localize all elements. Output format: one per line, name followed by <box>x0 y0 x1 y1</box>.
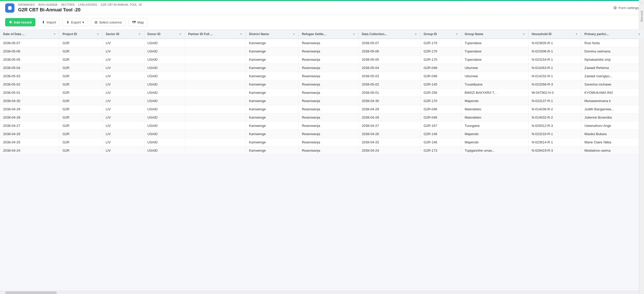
table-row[interactable]: 2038-04-25G2RLIVUSAIDKamwengeRwamwanja20… <box>0 138 644 146</box>
table-row[interactable]: 2038-04-28G2RLIVUSAIDKamwengeRwamwanja20… <box>0 113 644 122</box>
right-panel-collapse-icon[interactable]: ‹ <box>641 1 642 5</box>
cell-donor_id: USAID <box>144 89 185 97</box>
column-label-district_name: District Name <box>249 32 269 36</box>
cell-group_id: G2R-170 <box>420 97 461 105</box>
table-row[interactable]: 2038-04-24G2RLIVUSAIDKamwengeRwamwanja20… <box>0 146 644 155</box>
cell-group_id: G2R-046 <box>420 105 461 113</box>
column-header-group_id[interactable]: Group ID▼ <box>420 30 461 39</box>
cell-household_id: W-047902-H-3 <box>528 89 581 97</box>
column-label-sector_id: Sector ID <box>106 32 119 36</box>
cell-group_name: Tupiganishe umas... <box>461 146 528 155</box>
table-row[interactable]: 2038-05-04G2RLIVUSAIDKamwengeRwamwanja20… <box>0 64 644 72</box>
column-label-primary_partic: Primary partici... <box>584 32 609 36</box>
filter-icon-sector_id[interactable]: ▼ <box>138 33 141 36</box>
column-header-date[interactable]: Date of Data ...↑▼ <box>0 30 59 39</box>
cell-group_name: Maendeleo <box>461 105 528 113</box>
column-header-refugee_settle[interactable]: Refugee Settle...▼ <box>299 30 358 39</box>
cell-date: 2038-05-03 <box>0 72 59 80</box>
cell-refugee_settle: Rwamwanja <box>299 56 358 64</box>
table-row[interactable]: 2038-05-07G2RLIVUSAIDKamwengeRwamwanja20… <box>0 39 644 47</box>
form-settings-button[interactable]: ⚙ Form settings <box>613 5 639 10</box>
cell-household_id: N-023216-R-1 <box>528 130 581 138</box>
sort-icon-date[interactable]: ↑ <box>26 33 27 36</box>
cell-project_id: G2R <box>59 39 103 47</box>
cell-data_collection: 2038-05-04 <box>359 64 420 72</box>
filter-icon-project_id[interactable]: ▼ <box>97 33 99 36</box>
table-row[interactable]: 2038-05-03G2RLIVUSAIDKamwengeRwamwanja20… <box>0 72 644 80</box>
cell-district_name: Kamwenge <box>246 105 299 113</box>
filter-icon-partner_id[interactable]: ▼ <box>240 33 243 36</box>
column-header-sector_id[interactable]: Sector ID▼ <box>103 30 144 39</box>
table-row[interactable]: 2038-05-02G2RLIVUSAIDKamwengeRwamwanja20… <box>0 80 644 89</box>
cell-project_id: G2R <box>59 72 103 80</box>
column-header-data_collection[interactable]: Data Collection...▼ <box>359 30 420 39</box>
column-header-group_name[interactable]: Group Name▼ <box>461 30 528 39</box>
column-header-donor_id[interactable]: Donor ID▼ <box>144 30 185 39</box>
cell-refugee_settle: Rwamwanja <box>299 64 358 72</box>
breadcrumb-livelihoods[interactable]: LIVELIHOODS <box>78 3 97 6</box>
top-bar: DATABASES › AVSI UGANDA › SECTORS › LIVE… <box>0 1 644 15</box>
column-header-primary_partic[interactable]: Primary partici...▼ <box>581 30 644 39</box>
filter-icon-household_id[interactable]: ▼ <box>575 33 578 36</box>
column-header-district_name[interactable]: District Name▼ <box>246 30 299 39</box>
filter-icon-district_name[interactable]: ▼ <box>293 33 295 36</box>
table-row[interactable]: 2038-04-26G2RLIVUSAIDKamwengeRwamwanja20… <box>0 130 644 138</box>
cell-data_collection: 2038-04-30 <box>359 97 420 105</box>
cell-partner_id <box>185 138 246 146</box>
import-button[interactable]: ⬆ Import <box>38 18 60 26</box>
breadcrumb-databases[interactable]: DATABASES <box>18 3 35 6</box>
cell-donor_id: USAID <box>144 56 185 64</box>
cell-date: 2038-05-05 <box>0 56 59 64</box>
cell-partner_id <box>185 113 246 122</box>
cell-date: 2038-04-24 <box>0 146 59 155</box>
column-header-partner_id[interactable]: Partner ID Full ...▼ <box>185 30 246 39</box>
cell-primary_partic: Zawadi nsengiyu... <box>581 72 644 80</box>
table-row[interactable]: 2038-04-30G2RLIVUSAIDKamwengeRwamwanja20… <box>0 97 644 105</box>
cell-project_id: G2R <box>59 64 103 72</box>
filter-icon-data_collection[interactable]: ▼ <box>414 33 417 36</box>
table-row[interactable]: 2038-05-05G2RLIVUSAIDKamwengeRwamwanja20… <box>0 56 644 64</box>
cell-project_id: G2R <box>59 89 103 97</box>
export-button[interactable]: ⬇ Export ▾ <box>62 18 88 26</box>
cell-district_name: Kamwenge <box>246 39 299 47</box>
cell-refugee_settle: Rwamwanja <box>299 89 358 97</box>
export-chevron: ▾ <box>82 20 84 24</box>
filter-icon-primary_partic[interactable]: ▼ <box>638 33 641 36</box>
table-row[interactable]: 2038-04-29G2RLIVUSAIDKamwengeRwamwanja20… <box>0 105 644 113</box>
filter-icon-group_name[interactable]: ▼ <box>522 33 525 36</box>
cell-project_id: G2R <box>59 56 103 64</box>
cell-group_name: Tuungane <box>461 122 528 130</box>
cell-donor_id: USAID <box>144 72 185 80</box>
filter-icon-date[interactable]: ▼ <box>53 33 56 36</box>
cell-date: 2038-04-27 <box>0 122 59 130</box>
cell-district_name: Kamwenge <box>246 122 299 130</box>
column-header-project_id[interactable]: Project ID▼ <box>59 30 103 39</box>
cell-partner_id <box>185 130 246 138</box>
cell-household_id: N-023635-R-1 <box>528 39 581 47</box>
cell-primary_partic: Zawadi Rehema <box>581 64 644 72</box>
cell-sector_id: LIV <box>103 56 144 64</box>
breadcrumb-avsi[interactable]: AVSI UGANDA <box>38 3 57 6</box>
table-row[interactable]: 2038-05-01G2RLIVUSAIDKamwengeRwamwanja20… <box>0 89 644 97</box>
table-row[interactable]: 2038-05-06G2RLIVUSAIDKamwengeRwamwanja20… <box>0 47 644 56</box>
cell-group_name: Tupendane <box>461 39 528 47</box>
cell-sector_id: LIV <box>103 130 144 138</box>
column-header-household_id[interactable]: Household ID▼ <box>528 30 581 39</box>
filter-icon-donor_id[interactable]: ▼ <box>179 33 182 36</box>
select-columns-button[interactable]: ⊞ Select columns <box>91 18 126 26</box>
add-record-button[interactable]: ✚ Add record <box>5 18 35 26</box>
filter-icon-group_id[interactable]: ▼ <box>455 33 458 36</box>
cell-partner_id <box>185 56 246 64</box>
map-label: Map <box>137 20 144 24</box>
cell-primary_partic: Uwamahoro Ange <box>581 122 644 130</box>
cell-household_id: N-029419-R-3 <box>528 146 581 155</box>
map-button[interactable]: 🗺 Map <box>128 18 148 26</box>
cell-group_name: Tupendane <box>461 56 528 64</box>
breadcrumb-sectors[interactable]: SECTORS <box>61 3 75 6</box>
export-icon: ⬇ <box>66 20 69 24</box>
cell-refugee_settle: Rwamwanja <box>299 146 358 155</box>
filter-icon-refugee_settle[interactable]: ▼ <box>352 33 355 36</box>
cell-household_id: N-023137-R-1 <box>528 97 581 105</box>
cell-group_id: G2R-170 <box>420 56 461 64</box>
table-row[interactable]: 2038-04-27G2RLIVUSAIDKamwengeRwamwanja20… <box>0 122 644 130</box>
